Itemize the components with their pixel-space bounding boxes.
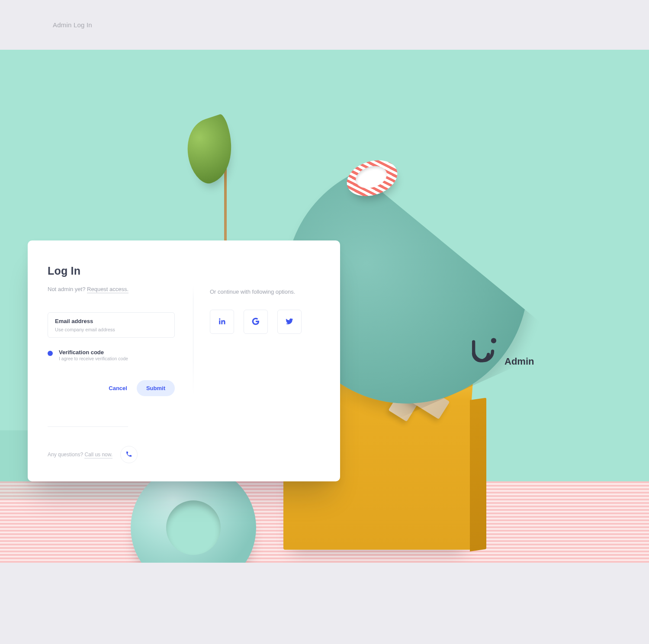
social-title: Or continue with following options.	[210, 288, 320, 295]
login-card: Log In Not admin yet? Request access. Em…	[28, 240, 340, 481]
cancel-button[interactable]: Cancel	[109, 385, 127, 391]
form-actions: Cancel Submit	[48, 380, 175, 396]
footer-line: Any questions? Call us now.	[48, 452, 112, 458]
brand-logo-icon	[467, 334, 501, 370]
request-access-link[interactable]: Request access.	[87, 286, 129, 293]
page-title: Admin Log In	[53, 21, 92, 29]
email-field-wrapper[interactable]: Email address	[48, 312, 175, 338]
topbar: Admin Log In	[0, 0, 649, 50]
twitter-button[interactable]	[277, 310, 302, 334]
linkedin-button[interactable]	[210, 310, 234, 334]
linkedin-icon	[218, 317, 226, 327]
email-input[interactable]	[55, 327, 167, 332]
twitter-icon	[285, 317, 294, 327]
decor-leaf	[178, 113, 243, 188]
request-access-prefix: Not admin yet?	[48, 286, 87, 292]
hero-scene: Admin Log In Not admin yet? Request acce…	[0, 50, 649, 563]
svg-point-0	[491, 338, 496, 343]
call-us-link[interactable]: Call us now.	[84, 452, 112, 458]
social-login-column: Or continue with following options.	[193, 286, 320, 396]
verification-subtext: I agree to receive verification code	[59, 356, 128, 361]
footer-prefix: Any questions?	[48, 452, 84, 458]
verification-option[interactable]: Verification code I agree to receive ver…	[48, 349, 175, 361]
request-access-line: Not admin yet? Request access.	[48, 286, 175, 292]
brand: Admin	[467, 334, 534, 370]
google-icon	[251, 317, 260, 327]
footer-divider	[48, 426, 128, 427]
decor-tape-roll	[342, 154, 402, 202]
verification-title: Verification code	[59, 349, 128, 356]
radio-selected-icon	[48, 351, 53, 356]
login-form: Not admin yet? Request access. Email add…	[48, 286, 193, 396]
submit-button[interactable]: Submit	[137, 380, 175, 396]
card-footer: Any questions? Call us now.	[48, 426, 320, 463]
page-tail	[0, 563, 649, 644]
google-button[interactable]	[244, 310, 268, 334]
call-button[interactable]	[120, 446, 138, 463]
card-title: Log In	[48, 265, 320, 277]
email-label: Email address	[55, 318, 167, 324]
brand-label: Admin	[504, 356, 534, 370]
phone-icon	[125, 451, 132, 459]
